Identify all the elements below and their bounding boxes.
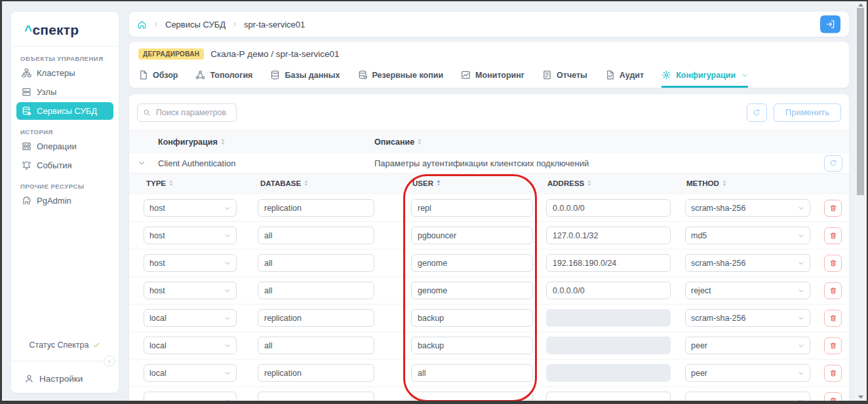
user-field-input[interactable] [412, 310, 532, 326]
type-select[interactable]: local [144, 364, 237, 382]
method-select[interactable] [685, 392, 810, 404]
database-field-input[interactable] [258, 227, 374, 244]
user-field[interactable] [411, 337, 533, 354]
type-select[interactable]: host [144, 254, 237, 272]
user-field-input[interactable] [412, 200, 532, 216]
database-field[interactable] [258, 227, 374, 244]
tab-конфигурации[interactable]: Конфигурации [661, 65, 748, 88]
type-select[interactable]: host [144, 227, 237, 244]
column-header-method[interactable]: METHOD [686, 179, 727, 187]
database-field[interactable] [258, 364, 374, 382]
user-field[interactable] [411, 364, 533, 382]
column-header-address[interactable]: ADDRESS [547, 179, 592, 187]
user-field-input[interactable] [412, 255, 532, 271]
address-field-input[interactable] [547, 255, 670, 271]
database-field-input[interactable] [258, 200, 374, 216]
database-field[interactable] [258, 282, 374, 299]
group-refresh-button[interactable] [824, 155, 842, 172]
delete-rule-button[interactable] [824, 227, 842, 244]
scrollbar-down-arrow[interactable] [858, 395, 863, 399]
database-field-input[interactable] [258, 392, 374, 404]
tab-обзор[interactable]: Обзор [138, 65, 178, 88]
user-field[interactable] [411, 392, 533, 404]
database-field[interactable] [258, 254, 374, 272]
address-field-input[interactable] [547, 392, 670, 404]
tab-резервные-копии[interactable]: Резервные копии [358, 65, 444, 88]
column-header-description[interactable]: Описание [374, 138, 422, 147]
sidebar-item-сервисы-субд[interactable]: Сервисы СУБД [16, 102, 113, 120]
user-field-input[interactable] [412, 365, 532, 381]
tab-аудит[interactable]: Аудит [605, 65, 644, 88]
address-field-input[interactable] [547, 200, 670, 216]
method-select[interactable]: scram-sha-256 [685, 309, 810, 327]
sidebar-item-события[interactable]: События [16, 156, 113, 174]
type-select[interactable]: local [144, 337, 237, 354]
tab-отчеты[interactable]: Отчеты [542, 65, 587, 88]
user-field-input[interactable] [412, 392, 532, 404]
address-field[interactable] [546, 227, 671, 244]
tab-топология[interactable]: Топология [195, 65, 252, 88]
collapse-chevron-icon[interactable] [138, 159, 146, 167]
column-header-database[interactable]: DATABASE [260, 179, 309, 187]
delete-rule-button[interactable] [824, 365, 842, 382]
type-select[interactable]: local [144, 309, 237, 327]
logout-button[interactable] [820, 16, 840, 33]
type-select[interactable]: host [144, 199, 237, 217]
sidebar-collapse-button[interactable] [104, 356, 115, 367]
database-field-input[interactable] [258, 365, 374, 381]
delete-rule-button[interactable] [824, 200, 842, 217]
delete-rule-button[interactable] [824, 255, 842, 272]
database-field-input[interactable] [258, 255, 374, 271]
database-field[interactable] [258, 199, 374, 217]
database-field[interactable] [258, 337, 374, 354]
method-select[interactable]: reject [685, 282, 810, 299]
tab-мониторинг[interactable]: Мониторинг [461, 65, 524, 88]
column-header-user[interactable]: USER [412, 179, 441, 187]
user-field-input[interactable] [412, 337, 532, 354]
user-field-input[interactable] [412, 227, 532, 244]
column-header-configuration[interactable]: Конфигурация [158, 138, 226, 147]
database-field[interactable] [258, 392, 374, 404]
address-field[interactable] [546, 392, 671, 404]
sidebar-item-узлы[interactable]: Узлы [16, 83, 113, 101]
tab-базы-данных[interactable]: Базы данных [270, 65, 340, 88]
sidebar-item-settings[interactable]: Настройки [24, 374, 83, 384]
address-field-input[interactable] [547, 227, 670, 244]
breadcrumb-item-services[interactable]: Сервисы СУБД [165, 20, 226, 29]
user-field[interactable] [411, 254, 533, 272]
delete-rule-button[interactable] [824, 392, 842, 404]
database-field-input[interactable] [258, 310, 374, 326]
address-field-input[interactable] [547, 282, 670, 299]
search-input[interactable] [155, 107, 231, 118]
apply-button[interactable]: Применить [774, 103, 841, 122]
user-field[interactable] [411, 282, 533, 299]
method-select[interactable]: peer [685, 337, 810, 354]
scrollbar-up-arrow[interactable] [858, 3, 863, 7]
scrollbar-thumb[interactable] [857, 8, 864, 195]
user-field[interactable] [411, 227, 533, 244]
method-select[interactable]: md5 [685, 227, 810, 244]
user-field[interactable] [411, 199, 533, 217]
home-icon[interactable] [137, 20, 147, 29]
address-field[interactable] [546, 254, 671, 272]
type-select[interactable]: host [144, 282, 237, 299]
breadcrumb-item-service01[interactable]: spr-ta-service01 [244, 20, 305, 29]
column-header-type[interactable]: TYPE [146, 179, 174, 187]
method-select[interactable]: scram-sha-256 [685, 199, 810, 217]
sidebar-item-pgadmin[interactable]: PgAdmin [16, 192, 113, 210]
database-field[interactable] [258, 309, 374, 327]
delete-rule-button[interactable] [824, 337, 842, 354]
method-select[interactable]: peer [685, 364, 810, 382]
database-field-input[interactable] [258, 282, 374, 299]
refresh-button[interactable] [747, 103, 767, 122]
sidebar-item-операции[interactable]: Операции [16, 138, 113, 155]
address-field[interactable] [546, 199, 671, 217]
sidebar-item-кластеры[interactable]: Кластеры [16, 64, 113, 82]
user-field[interactable] [411, 309, 533, 327]
user-field-input[interactable] [412, 282, 532, 299]
database-field-input[interactable] [258, 337, 374, 354]
delete-rule-button[interactable] [824, 282, 842, 299]
type-select[interactable] [144, 392, 237, 404]
address-field[interactable] [546, 282, 671, 299]
delete-rule-button[interactable] [824, 310, 842, 327]
